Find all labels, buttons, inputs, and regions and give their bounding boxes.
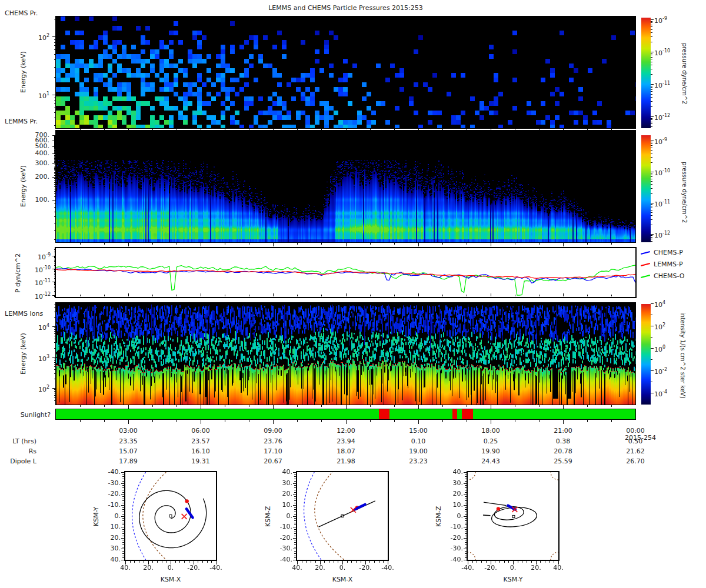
axis-tick xyxy=(321,295,322,296)
axis-tick xyxy=(152,243,153,245)
axis-tick xyxy=(651,36,652,37)
axis-tick xyxy=(563,293,564,296)
axis-tick xyxy=(122,556,124,556)
axis-tick xyxy=(651,208,652,208)
axis-tick xyxy=(54,19,56,19)
axis-tick xyxy=(54,312,56,312)
axis-tick xyxy=(587,405,588,407)
axis-tick xyxy=(54,103,56,104)
axis-tick xyxy=(176,295,177,296)
pressure-ytick-label: 10-11 xyxy=(22,277,51,287)
axis-tick xyxy=(54,143,56,143)
axis-tick xyxy=(495,561,495,563)
axis-tick xyxy=(294,479,296,479)
axis-tick xyxy=(334,561,334,563)
axis-tick xyxy=(179,561,180,563)
axis-tick xyxy=(176,405,177,407)
axis-tick xyxy=(80,405,81,407)
axis-tick xyxy=(294,492,296,493)
ephemeris-value: 19.00 xyxy=(398,447,439,455)
axis-tick xyxy=(52,163,56,164)
axis-tick xyxy=(54,157,56,158)
axis-tick xyxy=(540,561,541,563)
axis-tick xyxy=(418,420,419,424)
chems-spectrogram-canvas xyxy=(56,16,635,128)
legend-dash xyxy=(641,275,650,278)
orbit-xtick-label: -40. xyxy=(204,564,228,572)
axis-tick xyxy=(294,475,296,475)
axis-tick xyxy=(54,182,56,183)
axis-tick xyxy=(315,561,316,563)
axis-tick xyxy=(293,483,296,484)
axis-tick xyxy=(311,561,311,563)
axis-tick xyxy=(122,542,124,543)
axis-tick xyxy=(465,540,467,540)
ephemeris-value: 20.67 xyxy=(252,457,294,465)
axis-tick xyxy=(122,499,124,499)
orbit-ytick-label: -10. xyxy=(441,523,463,530)
axis-tick xyxy=(465,481,467,482)
axis-tick xyxy=(54,272,56,272)
axis-tick xyxy=(157,561,158,563)
orbit-ytick-label: 30. xyxy=(98,544,121,552)
axis-tick xyxy=(294,556,296,556)
axis-tick xyxy=(121,483,124,484)
axis-tick xyxy=(442,129,443,131)
axis-tick xyxy=(294,503,296,503)
axis-tick xyxy=(563,405,564,409)
axis-tick xyxy=(651,101,652,102)
axis-tick xyxy=(176,129,177,131)
axis-tick xyxy=(54,98,56,98)
axis-tick xyxy=(211,561,212,563)
axis-tick xyxy=(54,149,56,150)
axis-tick xyxy=(293,538,296,539)
axis-tick xyxy=(54,296,56,297)
axis-tick xyxy=(294,499,296,499)
panel-label-sunlight: Sunlight? xyxy=(0,411,51,419)
axis-tick xyxy=(651,55,652,55)
axis-tick xyxy=(651,215,652,216)
colorbar-tick-label: 10-11 xyxy=(654,79,681,89)
axis-tick xyxy=(54,136,56,136)
orbit-yz-box xyxy=(467,471,560,561)
axis-tick xyxy=(207,561,208,563)
axis-tick xyxy=(54,285,56,285)
axis-tick xyxy=(225,243,225,245)
axis-tick xyxy=(122,544,124,545)
axis-tick xyxy=(297,129,298,131)
time-tick-label: 12:00 xyxy=(325,427,367,435)
axis-tick xyxy=(491,405,491,409)
axis-tick xyxy=(587,295,588,296)
axis-tick xyxy=(324,561,325,563)
axis-tick xyxy=(54,258,56,258)
axis-tick xyxy=(122,557,124,558)
axis-tick xyxy=(54,362,56,363)
axis-tick xyxy=(651,143,652,144)
axis-tick xyxy=(464,505,467,506)
axis-tick xyxy=(54,257,56,258)
axis-tick xyxy=(346,243,347,246)
axis-tick xyxy=(54,289,56,289)
axis-tick xyxy=(80,243,81,245)
axis-tick xyxy=(121,527,124,527)
axis-tick xyxy=(651,118,652,119)
axis-tick xyxy=(539,295,540,296)
axis-tick xyxy=(465,476,467,477)
axis-tick xyxy=(294,485,296,486)
axis-tick xyxy=(104,405,105,407)
axis-tick xyxy=(651,188,652,189)
axis-tick xyxy=(122,503,124,503)
axis-tick xyxy=(611,295,612,296)
axis-tick xyxy=(144,561,144,563)
axis-tick xyxy=(442,295,443,296)
axis-tick xyxy=(651,29,652,30)
axis-tick xyxy=(442,420,443,422)
axis-tick xyxy=(467,243,467,245)
axis-tick xyxy=(54,138,56,139)
axis-tick xyxy=(464,483,467,484)
colorbar-tick-label: 10-10 xyxy=(654,47,681,57)
ephemeris-value: 19.31 xyxy=(180,457,221,465)
axis-tick xyxy=(80,420,81,422)
axis-tick xyxy=(273,243,274,246)
axis-tick xyxy=(294,544,296,545)
